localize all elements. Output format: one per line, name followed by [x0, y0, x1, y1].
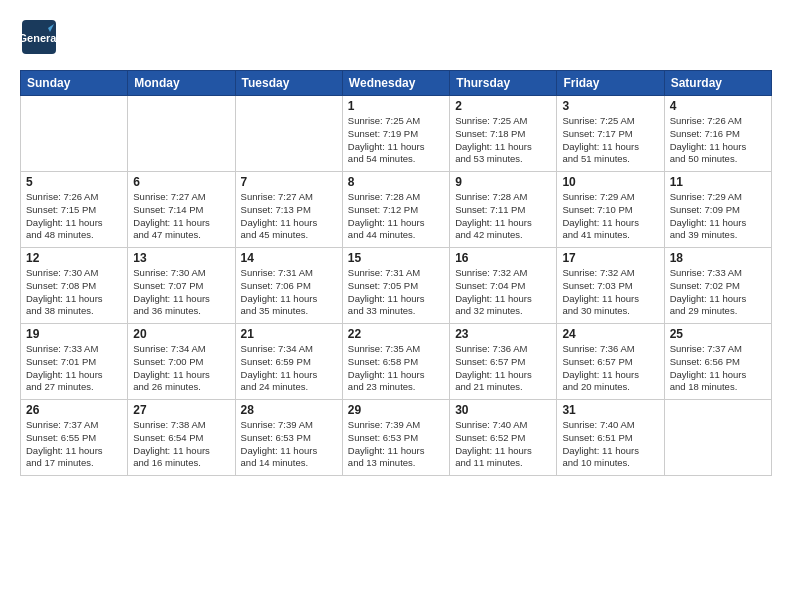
day-detail: Sunrise: 7:37 AM Sunset: 6:55 PM Dayligh…: [26, 419, 122, 470]
day-number: 26: [26, 403, 122, 417]
weekday-header: Friday: [557, 71, 664, 96]
day-number: 10: [562, 175, 658, 189]
calendar-cell: 24Sunrise: 7:36 AM Sunset: 6:57 PM Dayli…: [557, 324, 664, 400]
day-number: 30: [455, 403, 551, 417]
weekday-header: Tuesday: [235, 71, 342, 96]
day-number: 27: [133, 403, 229, 417]
calendar-cell: 23Sunrise: 7:36 AM Sunset: 6:57 PM Dayli…: [450, 324, 557, 400]
calendar-cell: 17Sunrise: 7:32 AM Sunset: 7:03 PM Dayli…: [557, 248, 664, 324]
day-detail: Sunrise: 7:38 AM Sunset: 6:54 PM Dayligh…: [133, 419, 229, 470]
weekday-header: Wednesday: [342, 71, 449, 96]
calendar-cell: 31Sunrise: 7:40 AM Sunset: 6:51 PM Dayli…: [557, 400, 664, 476]
weekday-header: Thursday: [450, 71, 557, 96]
day-number: 4: [670, 99, 766, 113]
weekday-header: Sunday: [21, 71, 128, 96]
day-number: 29: [348, 403, 444, 417]
day-number: 31: [562, 403, 658, 417]
calendar-cell: 5Sunrise: 7:26 AM Sunset: 7:15 PM Daylig…: [21, 172, 128, 248]
day-number: 24: [562, 327, 658, 341]
calendar-cell: 8Sunrise: 7:28 AM Sunset: 7:12 PM Daylig…: [342, 172, 449, 248]
calendar-cell: 14Sunrise: 7:31 AM Sunset: 7:06 PM Dayli…: [235, 248, 342, 324]
calendar-cell: 29Sunrise: 7:39 AM Sunset: 6:53 PM Dayli…: [342, 400, 449, 476]
svg-text:General: General: [20, 32, 58, 44]
day-number: 7: [241, 175, 337, 189]
day-number: 17: [562, 251, 658, 265]
day-number: 11: [670, 175, 766, 189]
day-number: 20: [133, 327, 229, 341]
day-number: 8: [348, 175, 444, 189]
calendar-cell: 1Sunrise: 7:25 AM Sunset: 7:19 PM Daylig…: [342, 96, 449, 172]
calendar-cell: [235, 96, 342, 172]
calendar-cell: 26Sunrise: 7:37 AM Sunset: 6:55 PM Dayli…: [21, 400, 128, 476]
day-detail: Sunrise: 7:40 AM Sunset: 6:51 PM Dayligh…: [562, 419, 658, 470]
day-detail: Sunrise: 7:30 AM Sunset: 7:07 PM Dayligh…: [133, 267, 229, 318]
day-detail: Sunrise: 7:33 AM Sunset: 7:01 PM Dayligh…: [26, 343, 122, 394]
calendar-cell: 7Sunrise: 7:27 AM Sunset: 7:13 PM Daylig…: [235, 172, 342, 248]
calendar-cell: 13Sunrise: 7:30 AM Sunset: 7:07 PM Dayli…: [128, 248, 235, 324]
day-detail: Sunrise: 7:28 AM Sunset: 7:11 PM Dayligh…: [455, 191, 551, 242]
day-detail: Sunrise: 7:25 AM Sunset: 7:17 PM Dayligh…: [562, 115, 658, 166]
day-number: 22: [348, 327, 444, 341]
logo-icon: General: [20, 18, 58, 60]
day-number: 16: [455, 251, 551, 265]
calendar-cell: 20Sunrise: 7:34 AM Sunset: 7:00 PM Dayli…: [128, 324, 235, 400]
calendar-cell: [664, 400, 771, 476]
day-detail: Sunrise: 7:39 AM Sunset: 6:53 PM Dayligh…: [348, 419, 444, 470]
day-detail: Sunrise: 7:32 AM Sunset: 7:03 PM Dayligh…: [562, 267, 658, 318]
calendar-week-row: 1Sunrise: 7:25 AM Sunset: 7:19 PM Daylig…: [21, 96, 772, 172]
day-detail: Sunrise: 7:28 AM Sunset: 7:12 PM Dayligh…: [348, 191, 444, 242]
day-detail: Sunrise: 7:29 AM Sunset: 7:09 PM Dayligh…: [670, 191, 766, 242]
calendar-cell: 3Sunrise: 7:25 AM Sunset: 7:17 PM Daylig…: [557, 96, 664, 172]
day-number: 5: [26, 175, 122, 189]
calendar-table: SundayMondayTuesdayWednesdayThursdayFrid…: [20, 70, 772, 476]
calendar-header-row: SundayMondayTuesdayWednesdayThursdayFrid…: [21, 71, 772, 96]
day-detail: Sunrise: 7:33 AM Sunset: 7:02 PM Dayligh…: [670, 267, 766, 318]
day-number: 18: [670, 251, 766, 265]
calendar-cell: 9Sunrise: 7:28 AM Sunset: 7:11 PM Daylig…: [450, 172, 557, 248]
day-number: 23: [455, 327, 551, 341]
day-detail: Sunrise: 7:40 AM Sunset: 6:52 PM Dayligh…: [455, 419, 551, 470]
calendar-cell: 19Sunrise: 7:33 AM Sunset: 7:01 PM Dayli…: [21, 324, 128, 400]
day-detail: Sunrise: 7:25 AM Sunset: 7:18 PM Dayligh…: [455, 115, 551, 166]
calendar-cell: 28Sunrise: 7:39 AM Sunset: 6:53 PM Dayli…: [235, 400, 342, 476]
day-number: 3: [562, 99, 658, 113]
calendar-cell: [128, 96, 235, 172]
day-number: 14: [241, 251, 337, 265]
day-detail: Sunrise: 7:27 AM Sunset: 7:14 PM Dayligh…: [133, 191, 229, 242]
day-detail: Sunrise: 7:37 AM Sunset: 6:56 PM Dayligh…: [670, 343, 766, 394]
day-detail: Sunrise: 7:25 AM Sunset: 7:19 PM Dayligh…: [348, 115, 444, 166]
day-detail: Sunrise: 7:34 AM Sunset: 7:00 PM Dayligh…: [133, 343, 229, 394]
day-detail: Sunrise: 7:26 AM Sunset: 7:16 PM Dayligh…: [670, 115, 766, 166]
day-detail: Sunrise: 7:27 AM Sunset: 7:13 PM Dayligh…: [241, 191, 337, 242]
calendar-cell: [21, 96, 128, 172]
day-detail: Sunrise: 7:31 AM Sunset: 7:06 PM Dayligh…: [241, 267, 337, 318]
day-number: 12: [26, 251, 122, 265]
calendar-cell: 12Sunrise: 7:30 AM Sunset: 7:08 PM Dayli…: [21, 248, 128, 324]
calendar-cell: 16Sunrise: 7:32 AM Sunset: 7:04 PM Dayli…: [450, 248, 557, 324]
day-number: 25: [670, 327, 766, 341]
calendar-cell: 10Sunrise: 7:29 AM Sunset: 7:10 PM Dayli…: [557, 172, 664, 248]
day-detail: Sunrise: 7:36 AM Sunset: 6:57 PM Dayligh…: [562, 343, 658, 394]
logo: General: [20, 18, 62, 60]
day-detail: Sunrise: 7:36 AM Sunset: 6:57 PM Dayligh…: [455, 343, 551, 394]
day-number: 19: [26, 327, 122, 341]
calendar-week-row: 26Sunrise: 7:37 AM Sunset: 6:55 PM Dayli…: [21, 400, 772, 476]
day-number: 28: [241, 403, 337, 417]
calendar-cell: 6Sunrise: 7:27 AM Sunset: 7:14 PM Daylig…: [128, 172, 235, 248]
calendar-cell: 27Sunrise: 7:38 AM Sunset: 6:54 PM Dayli…: [128, 400, 235, 476]
calendar-week-row: 12Sunrise: 7:30 AM Sunset: 7:08 PM Dayli…: [21, 248, 772, 324]
page: General SundayMondayTuesdayWednesdayThur…: [0, 0, 792, 612]
day-number: 2: [455, 99, 551, 113]
header: General: [20, 18, 772, 60]
day-detail: Sunrise: 7:29 AM Sunset: 7:10 PM Dayligh…: [562, 191, 658, 242]
calendar-week-row: 19Sunrise: 7:33 AM Sunset: 7:01 PM Dayli…: [21, 324, 772, 400]
calendar-cell: 15Sunrise: 7:31 AM Sunset: 7:05 PM Dayli…: [342, 248, 449, 324]
day-number: 15: [348, 251, 444, 265]
day-detail: Sunrise: 7:32 AM Sunset: 7:04 PM Dayligh…: [455, 267, 551, 318]
calendar-cell: 21Sunrise: 7:34 AM Sunset: 6:59 PM Dayli…: [235, 324, 342, 400]
day-detail: Sunrise: 7:31 AM Sunset: 7:05 PM Dayligh…: [348, 267, 444, 318]
day-number: 21: [241, 327, 337, 341]
day-detail: Sunrise: 7:34 AM Sunset: 6:59 PM Dayligh…: [241, 343, 337, 394]
calendar-cell: 30Sunrise: 7:40 AM Sunset: 6:52 PM Dayli…: [450, 400, 557, 476]
calendar-cell: 2Sunrise: 7:25 AM Sunset: 7:18 PM Daylig…: [450, 96, 557, 172]
